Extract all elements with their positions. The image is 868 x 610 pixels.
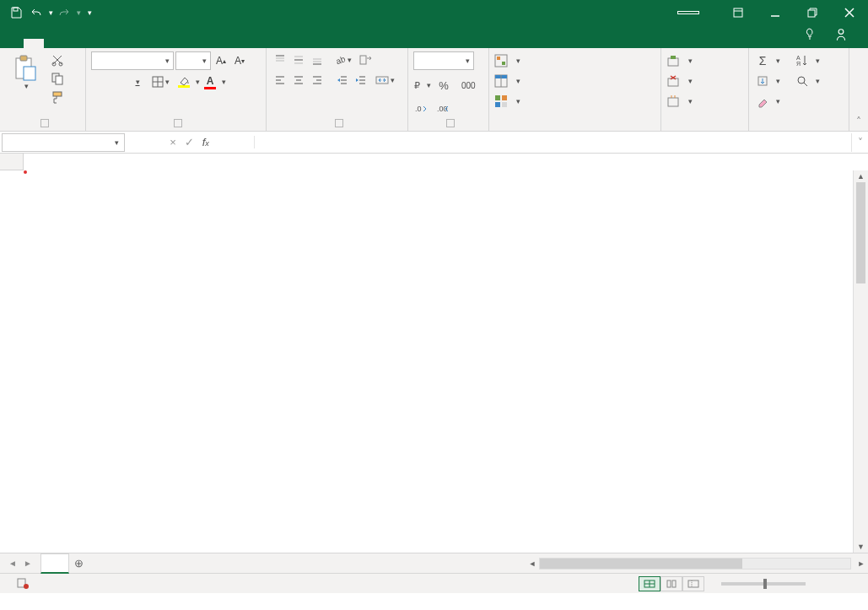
increase-indent-icon[interactable]	[353, 72, 369, 89]
tab-help[interactable]	[186, 39, 206, 48]
scroll-down-icon[interactable]: ▼	[854, 541, 868, 553]
dialog-launcher-icon[interactable]	[40, 119, 49, 127]
vertical-scrollbar[interactable]: ▲ ▼	[853, 170, 868, 553]
dialog-launcher-icon[interactable]	[446, 119, 455, 127]
tell-me-icon[interactable]	[804, 28, 817, 44]
tab-view[interactable]	[145, 39, 165, 48]
align-left-icon[interactable]	[272, 72, 288, 89]
font-color-icon[interactable]: A	[202, 73, 218, 90]
insert-function-icon[interactable]: fx	[202, 136, 209, 148]
cell-styles-button[interactable]: ▾	[494, 92, 520, 111]
horizontal-scrollbar[interactable]: ◄ ►	[89, 557, 868, 570]
bold-button[interactable]	[91, 73, 108, 90]
fill-color-icon[interactable]	[175, 73, 192, 90]
view-normal-icon[interactable]	[639, 576, 660, 591]
chevron-down-icon[interactable]: ▾	[194, 78, 200, 86]
sort-filter-az-icon[interactable]: AЯ	[794, 52, 811, 69]
expand-formula-bar-icon[interactable]: ˅	[851, 133, 868, 152]
accounting-format-icon[interactable]: ₽▾	[413, 77, 430, 94]
comma-format-icon[interactable]: 000	[457, 77, 474, 94]
scrollbar-thumb[interactable]	[540, 559, 742, 569]
sheet-tab-active[interactable]	[40, 553, 69, 574]
font-size-combo[interactable]: ▾	[175, 51, 211, 70]
underline-button[interactable]: ▾	[128, 73, 145, 90]
group-font: ▾ ▾ A▴ A▾ ▾ ▾ ▾ A▾	[86, 48, 267, 131]
align-right-icon[interactable]	[309, 72, 326, 89]
scroll-left-icon[interactable]: ◄	[526, 557, 539, 570]
tab-insert[interactable]	[44, 39, 64, 48]
align-top-icon[interactable]	[272, 51, 288, 68]
redo-icon[interactable]	[55, 3, 73, 22]
fill-icon[interactable]	[754, 73, 771, 89]
scroll-right-icon[interactable]: ►	[855, 557, 868, 570]
chevron-down-icon[interactable]: ▾	[220, 78, 226, 86]
scroll-up-icon[interactable]: ▲	[854, 170, 868, 182]
zoom-slider[interactable]	[721, 582, 806, 586]
paste-button[interactable]: ▾	[5, 51, 46, 109]
number-format-combo[interactable]: ▾	[413, 51, 474, 70]
svg-rect-53	[502, 62, 505, 65]
format-cells-button[interactable]: ▾	[666, 92, 693, 111]
align-bottom-icon[interactable]	[309, 51, 326, 68]
save-icon[interactable]	[7, 3, 25, 22]
tab-file[interactable]	[3, 39, 24, 48]
copy-icon[interactable]	[49, 70, 66, 87]
sheet-nav-prev-icon[interactable]: ◄	[8, 559, 17, 568]
collapse-ribbon-icon[interactable]: ˄	[856, 116, 861, 127]
dialog-launcher-icon[interactable]	[174, 119, 182, 127]
undo-icon[interactable]	[27, 3, 46, 22]
tab-page-layout[interactable]	[64, 39, 84, 48]
redo-dropdown-icon[interactable]: ▾	[75, 8, 81, 17]
cancel-icon[interactable]: ×	[170, 136, 176, 148]
tab-home[interactable]	[24, 39, 44, 48]
svg-rect-57	[495, 95, 500, 100]
increase-font-icon[interactable]: A▴	[213, 52, 229, 69]
format-painter-icon[interactable]	[49, 89, 66, 105]
scrollbar-thumb[interactable]	[856, 182, 865, 283]
formula-bar: ▾ × ✓ fx ˅	[0, 132, 868, 154]
qat-customize-icon[interactable]: ▾	[83, 8, 92, 17]
orientation-icon[interactable]: ab▾	[334, 51, 351, 68]
wrap-text-icon[interactable]	[358, 51, 375, 68]
macro-record-icon[interactable]	[17, 577, 29, 591]
sheet-nav-next-icon[interactable]: ►	[24, 559, 32, 568]
signin-button[interactable]	[677, 11, 699, 14]
autosum-icon[interactable]: Σ	[754, 52, 771, 69]
minimize-icon[interactable]	[757, 0, 794, 25]
italic-button[interactable]	[110, 73, 127, 90]
percent-format-icon[interactable]: %	[435, 77, 452, 94]
name-box[interactable]: ▾	[2, 133, 125, 152]
tab-developer[interactable]	[165, 39, 186, 48]
quick-access-toolbar: ▾ ▾ ▾	[0, 3, 92, 22]
cut-icon[interactable]	[49, 51, 66, 68]
increase-decimal-icon[interactable]: .0	[413, 100, 430, 117]
view-page-break-icon[interactable]	[682, 576, 704, 591]
clear-icon[interactable]	[754, 93, 771, 110]
delete-cells-button[interactable]: ▾	[666, 72, 693, 90]
select-all-corner[interactable]	[0, 154, 24, 170]
font-name-combo[interactable]: ▾	[91, 51, 174, 70]
svg-rect-15	[56, 76, 62, 84]
decrease-font-icon[interactable]: A▾	[231, 52, 248, 69]
ribbon-display-icon[interactable]	[720, 0, 757, 25]
dialog-launcher-icon[interactable]	[335, 119, 343, 127]
undo-dropdown-icon[interactable]: ▾	[47, 8, 53, 17]
close-icon[interactable]	[831, 0, 868, 25]
decrease-decimal-icon[interactable]: .00	[435, 100, 452, 117]
new-sheet-icon[interactable]: ⊕	[69, 553, 89, 574]
align-middle-icon[interactable]	[290, 51, 307, 68]
tab-review[interactable]	[125, 39, 145, 48]
enter-icon[interactable]: ✓	[185, 136, 194, 148]
align-center-icon[interactable]	[290, 72, 307, 89]
merge-center-icon[interactable]: ▾	[376, 72, 393, 89]
conditional-formatting-button[interactable]: ▾	[494, 51, 520, 70]
tab-formulas[interactable]	[84, 39, 105, 48]
insert-cells-button[interactable]: ▾	[666, 51, 693, 70]
borders-icon[interactable]: ▾	[152, 73, 169, 90]
find-select-icon[interactable]	[794, 73, 811, 89]
restore-icon[interactable]	[794, 0, 831, 25]
format-as-table-button[interactable]: ▾	[494, 72, 520, 90]
view-page-layout-icon[interactable]	[660, 576, 682, 591]
decrease-indent-icon[interactable]	[334, 72, 351, 89]
tab-data[interactable]	[105, 39, 125, 48]
